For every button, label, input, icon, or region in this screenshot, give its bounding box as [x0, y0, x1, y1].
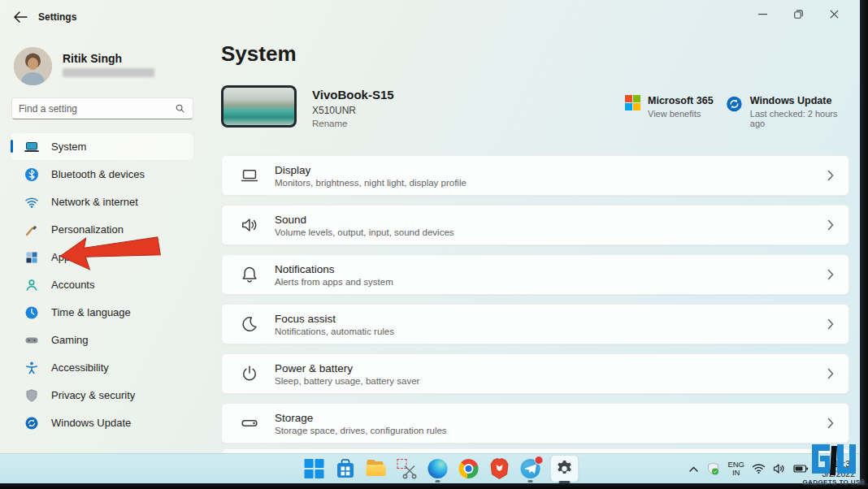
search-input[interactable] — [19, 103, 174, 115]
chevron-right-icon — [827, 368, 834, 383]
microsoft-365-link[interactable]: Microsoft 365 View benefits — [625, 95, 714, 119]
sidebar-item-label: Windows Update — [51, 417, 131, 429]
sidebar-item-personalization[interactable]: Personalization — [11, 216, 193, 243]
settings-window: Settings — [0, 0, 860, 453]
laptop-icon — [24, 140, 39, 154]
sidebar-item-label: Apps — [51, 251, 76, 263]
microsoft-logo — [625, 95, 640, 110]
quick-info-subtitle: View benefits — [648, 109, 714, 119]
gadgetstouse-logo — [810, 443, 857, 477]
language-indicator[interactable]: ENG IN — [727, 461, 744, 477]
card-notifications[interactable]: Notifications Alerts from apps and syste… — [221, 254, 849, 295]
device-header: VivoBook-S15 X510UNR Rename Microsoft 36… — [221, 85, 849, 131]
sidebar-item-windows-update[interactable]: Windows Update — [11, 409, 193, 436]
minimize-button[interactable] — [744, 0, 780, 28]
security-shield-icon[interactable] — [706, 462, 720, 476]
bluetooth-icon — [24, 167, 39, 182]
edge-browser-icon[interactable] — [427, 458, 449, 479]
screen-edge-right — [860, 0, 868, 489]
card-subtitle: Notifications, automatic rules — [275, 327, 394, 336]
user-name: Ritik Singh — [63, 52, 122, 65]
file-explorer-icon[interactable] — [366, 458, 387, 479]
device-wallpaper-thumbnail — [221, 85, 297, 128]
windows-update-link[interactable]: Windows Update Last checked: 2 hours ago — [726, 95, 849, 128]
card-subtitle: Alerts from apps and system — [275, 277, 393, 287]
microsoft-store-icon[interactable] — [335, 458, 356, 479]
brave-browser-icon[interactable] — [489, 458, 510, 479]
card-power-battery[interactable]: Power & battery Sleep, battery usage, ba… — [221, 353, 849, 394]
sidebar-item-system[interactable]: System — [11, 133, 193, 160]
watermark: GADGETS TO USE — [801, 443, 867, 486]
apps-grid-icon — [24, 250, 39, 265]
page-title: System — [221, 41, 849, 67]
quick-info-title: Windows Update — [750, 95, 849, 106]
sidebar-item-apps[interactable]: Apps — [11, 244, 193, 270]
accessibility-person-icon — [24, 361, 39, 375]
sidebar-item-label: Network & internet — [51, 196, 138, 208]
screen: Settings — [0, 0, 868, 489]
card-title: Notifications — [275, 263, 393, 275]
search-icon — [174, 102, 186, 115]
card-title: Focus assist — [275, 313, 394, 325]
gear-icon — [555, 459, 575, 478]
sidebar-item-bluetooth-devices[interactable]: Bluetooth & devices — [11, 161, 193, 188]
tray-chevron-up-icon[interactable] — [688, 465, 699, 473]
card-title: Storage — [275, 412, 447, 424]
chevron-right-icon — [827, 269, 834, 283]
rename-button[interactable]: Rename — [312, 119, 347, 128]
chevron-right-icon — [827, 418, 834, 432]
wifi-icon[interactable] — [752, 463, 766, 474]
clock-globe-icon — [24, 305, 39, 320]
wifi-globe-icon — [24, 195, 39, 210]
avatar[interactable] — [14, 47, 52, 85]
sidebar-item-gaming[interactable]: Gaming — [11, 327, 193, 353]
restore-button[interactable] — [780, 0, 816, 28]
sidebar-item-privacy-security[interactable]: Privacy & security — [11, 382, 193, 409]
taskbar: ENG IN 10:36 3/2/2022 — [0, 453, 860, 483]
moon-icon — [240, 314, 259, 334]
card-subtitle: Monitors, brightness, night light, displ… — [275, 178, 467, 188]
volume-icon[interactable] — [773, 463, 786, 474]
card-display[interactable]: Display Monitors, brightness, night ligh… — [221, 155, 849, 196]
device-model: X510UNR — [312, 105, 356, 116]
windows-update-icon — [726, 95, 743, 113]
back-button[interactable] — [11, 8, 29, 26]
sidebar-item-label: Accessibility — [51, 361, 109, 374]
card-sound[interactable]: Sound Volume levels, output, input, soun… — [221, 205, 849, 245]
titlebar: Settings — [0, 0, 860, 32]
quick-info-title: Microsoft 365 — [648, 95, 714, 106]
settings-app-icon[interactable] — [551, 456, 579, 482]
card-subtitle: Sleep, battery usage, battery saver — [275, 376, 419, 386]
chevron-right-icon — [827, 219, 834, 234]
telegram-icon[interactable] — [520, 458, 541, 479]
quick-info-subtitle: Last checked: 2 hours ago — [750, 109, 849, 128]
search-box[interactable] — [11, 97, 193, 119]
card-title: Power & battery — [275, 362, 419, 374]
chrome-browser-icon[interactable] — [458, 458, 480, 479]
windows-update-icon — [24, 416, 39, 431]
running-indicator — [436, 480, 441, 483]
start-button[interactable] — [304, 458, 325, 479]
sidebar-item-accessibility[interactable]: Accessibility — [11, 354, 193, 381]
paintbrush-icon — [24, 223, 39, 237]
snipping-tool-icon[interactable] — [397, 458, 418, 479]
watermark-text: GADGETS TO USE — [801, 478, 867, 486]
main-content: System VivoBook-S15 X510UNR Rename Micro… — [221, 32, 849, 453]
windows-logo-icon — [305, 459, 324, 478]
close-button[interactable] — [816, 0, 852, 28]
card-focus-assist[interactable]: Focus assist Notifications, automatic ru… — [221, 304, 849, 344]
notification-badge — [535, 456, 544, 465]
sidebar-item-accounts[interactable]: Accounts — [11, 271, 193, 298]
bell-icon — [240, 265, 259, 284]
sidebar-item-label: Accounts — [51, 279, 94, 291]
card-storage[interactable]: Storage Storage space, drives, configura… — [221, 403, 849, 444]
sidebar-item-label: System — [51, 141, 86, 153]
user-email-redacted — [63, 68, 154, 77]
drive-icon — [240, 413, 259, 433]
sidebar-item-network-internet[interactable]: Network & internet — [11, 188, 193, 215]
sidebar: Ritik Singh System Bluetooth & de — [0, 32, 207, 453]
card-subtitle: Volume levels, output, input, sound devi… — [275, 227, 454, 237]
sidebar-item-time-language[interactable]: Time & language — [11, 299, 193, 326]
sidebar-item-label: Gaming — [51, 334, 89, 346]
screen-edge-bottom — [0, 483, 868, 489]
